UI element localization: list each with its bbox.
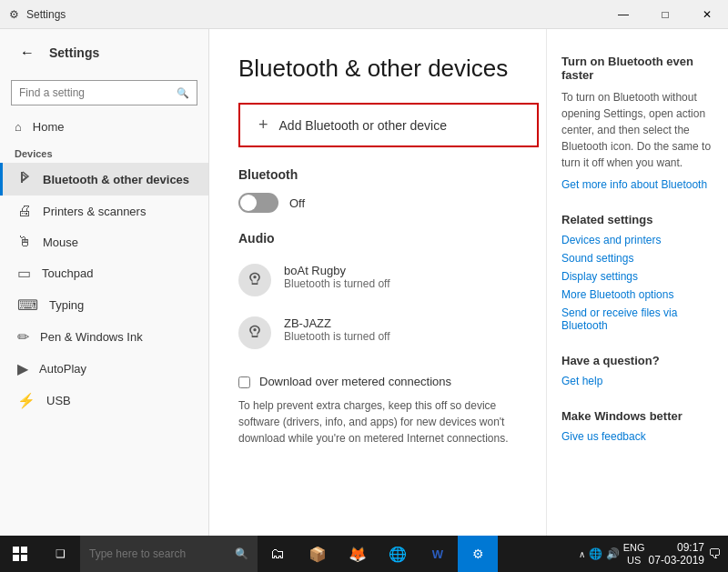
audio-section-header: Audio bbox=[238, 231, 517, 246]
metered-description: To help prevent extra charges, keep this… bbox=[238, 397, 517, 447]
give-feedback-link[interactable]: Give us feedback bbox=[561, 430, 713, 443]
add-icon: + bbox=[258, 115, 268, 135]
add-device-label: Add Bluetooth or other device bbox=[279, 118, 447, 133]
bluetooth-toggle-label: Off bbox=[289, 196, 305, 210]
typing-icon: ⌨ bbox=[17, 296, 38, 314]
sys-tray-expand[interactable]: ∧ bbox=[579, 549, 585, 559]
sidebar-typing-label: Typing bbox=[49, 298, 84, 312]
device-item-boat[interactable]: boAt Rugby Bluetooth is turned off bbox=[238, 256, 517, 304]
taskbar-clock[interactable]: 09:17 07-03-2019 bbox=[649, 541, 704, 567]
windows-better-title: Make Windows better bbox=[561, 409, 713, 423]
send-receive-files-link[interactable]: Send or receive files via Bluetooth bbox=[561, 306, 713, 332]
sidebar-item-usb[interactable]: ⚡ USB bbox=[0, 385, 208, 416]
search-box-wrap: 🔍 bbox=[0, 76, 208, 113]
title-bar-left: ⚙ Settings bbox=[9, 8, 66, 21]
svg-rect-4 bbox=[21, 547, 27, 553]
firefox-button[interactable]: 🦊 bbox=[338, 536, 378, 572]
sidebar-pen-label: Pen & Windows Ink bbox=[40, 330, 143, 344]
title-bar: ⚙ Settings — □ ✕ bbox=[0, 0, 728, 29]
sidebar-header: ← Settings bbox=[0, 29, 208, 76]
more-info-bluetooth-link[interactable]: Get more info about Bluetooth bbox=[561, 178, 713, 191]
sidebar-item-printers[interactable]: 🖨 Printers & scanners bbox=[0, 196, 208, 226]
devices-section-label: Devices bbox=[0, 141, 208, 163]
file-explorer-button[interactable]: 🗂 bbox=[258, 536, 298, 572]
lang-top: ENG bbox=[623, 541, 645, 554]
related-settings-title: Related settings bbox=[561, 213, 713, 226]
question-title: Have a question? bbox=[561, 354, 713, 367]
sidebar-mouse-label: Mouse bbox=[43, 236, 78, 249]
word-button[interactable]: W bbox=[418, 536, 458, 572]
device-info-boat: boAt Rugby Bluetooth is turned off bbox=[284, 264, 390, 290]
svg-rect-3 bbox=[13, 547, 19, 553]
settings-window: ⚙ Settings — □ ✕ ← Settings 🔍 ⌂ bbox=[0, 0, 728, 572]
sidebar-item-pen[interactable]: ✏ Pen & Windows Ink bbox=[0, 321, 208, 353]
bluetooth-toggle[interactable] bbox=[238, 193, 278, 213]
turn-on-faster-section: Turn on Bluetooth even faster To turn on… bbox=[561, 55, 713, 191]
clock-date: 07-03-2019 bbox=[649, 554, 704, 567]
browser-button[interactable]: 🌐 bbox=[378, 536, 418, 572]
usb-icon: ⚡ bbox=[17, 392, 35, 409]
more-bluetooth-options-link[interactable]: More Bluetooth options bbox=[561, 288, 713, 301]
get-help-link[interactable]: Get help bbox=[561, 375, 713, 387]
device-info-zb: ZB-JAZZ Bluetooth is turned off bbox=[284, 316, 390, 343]
language-indicator[interactable]: ENG US bbox=[623, 541, 645, 567]
related-settings-section: Related settings Devices and printers So… bbox=[561, 213, 713, 332]
page-title: Bluetooth & other devices bbox=[238, 55, 517, 83]
display-settings-link[interactable]: Display settings bbox=[561, 270, 713, 283]
sidebar-item-bluetooth[interactable]: Bluetooth & other devices bbox=[0, 163, 208, 196]
device-item-zb[interactable]: ZB-JAZZ Bluetooth is turned off bbox=[238, 309, 517, 356]
clock-time: 09:17 bbox=[677, 541, 704, 554]
sidebar-usb-label: USB bbox=[46, 394, 71, 407]
sidebar-printers-label: Printers & scanners bbox=[43, 205, 146, 218]
bluetooth-toggle-row: Off bbox=[238, 193, 517, 213]
metered-connections-row: Download over metered connections bbox=[238, 375, 517, 388]
metered-checkbox[interactable] bbox=[238, 376, 250, 388]
sidebar-app-title: Settings bbox=[49, 45, 99, 60]
sidebar-touchpad-label: Touchpad bbox=[42, 266, 93, 280]
notification-button[interactable]: 🗨 bbox=[708, 547, 721, 561]
sidebar-item-mouse[interactable]: 🖱 Mouse bbox=[0, 226, 208, 257]
device-status-zb: Bluetooth is turned off bbox=[284, 330, 390, 343]
minimize-button[interactable]: — bbox=[602, 0, 644, 29]
svg-point-2 bbox=[253, 328, 256, 331]
settings-taskbar-button[interactable]: ⚙ bbox=[458, 536, 498, 572]
sidebar-item-home[interactable]: ⌂ Home bbox=[0, 113, 208, 141]
sidebar-item-typing[interactable]: ⌨ Typing bbox=[0, 289, 208, 321]
main-content: ← Settings 🔍 ⌂ Home Devices bbox=[0, 29, 728, 536]
taskbar-search-input[interactable] bbox=[89, 547, 235, 560]
question-section: Have a question? Get help bbox=[561, 354, 713, 387]
start-button[interactable] bbox=[0, 536, 40, 572]
metered-label: Download over metered connections bbox=[259, 375, 451, 388]
volume-icon[interactable]: 🔊 bbox=[606, 547, 620, 560]
mouse-icon: 🖱 bbox=[17, 234, 32, 250]
device-name-zb: ZB-JAZZ bbox=[284, 316, 390, 330]
toggle-knob bbox=[240, 195, 257, 211]
close-button[interactable]: ✕ bbox=[686, 0, 728, 29]
lang-bottom: US bbox=[627, 554, 641, 567]
back-button[interactable]: ← bbox=[15, 40, 40, 65]
content-area: Bluetooth & other devices + Add Bluetoot… bbox=[209, 29, 546, 536]
taskbar-left: ❑ 🔍 🗂 📦 🦊 🌐 W ⚙ bbox=[0, 536, 498, 572]
search-input[interactable] bbox=[19, 86, 177, 99]
sidebar-item-touchpad[interactable]: ▭ Touchpad bbox=[0, 257, 208, 289]
autoplay-icon: ▶ bbox=[17, 360, 28, 377]
add-device-button[interactable]: + Add Bluetooth or other device bbox=[238, 103, 539, 147]
sidebar-bluetooth-label: Bluetooth & other devices bbox=[43, 173, 189, 186]
search-icon: 🔍 bbox=[177, 87, 189, 99]
svg-rect-0 bbox=[21, 172, 23, 183]
pen-icon: ✏ bbox=[17, 328, 29, 346]
bluetooth-icon bbox=[17, 170, 32, 188]
taskbar-right: ∧ 🌐 🔊 ENG US 09:17 07-03-2019 🗨 bbox=[579, 541, 728, 567]
bluetooth-section-header: Bluetooth bbox=[238, 167, 517, 182]
store-button[interactable]: 📦 bbox=[298, 536, 338, 572]
maximize-button[interactable]: □ bbox=[644, 0, 686, 29]
devices-printers-link[interactable]: Devices and printers bbox=[561, 234, 713, 246]
search-box: 🔍 bbox=[11, 80, 197, 105]
sidebar-item-autoplay[interactable]: ▶ AutoPlay bbox=[0, 353, 208, 385]
sound-settings-link[interactable]: Sound settings bbox=[561, 252, 713, 265]
device-status-boat: Bluetooth is turned off bbox=[284, 277, 390, 290]
turn-on-faster-title: Turn on Bluetooth even faster bbox=[561, 55, 713, 82]
task-view-button[interactable]: ❑ bbox=[40, 536, 80, 572]
sidebar-home-label: Home bbox=[33, 120, 65, 134]
title-bar-title: Settings bbox=[26, 8, 66, 21]
